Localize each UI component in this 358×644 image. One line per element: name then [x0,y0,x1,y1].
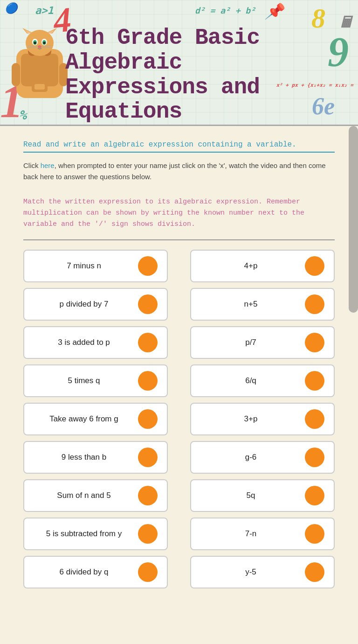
left-card-2[interactable]: p divided by 7 [23,288,168,321]
match-row: 9 less than bg-6 [23,441,335,474]
right-card-3[interactable]: p/7 [190,326,335,359]
match-row: 7 minus n4+p [23,250,335,282]
header: 🔵 a>1 4 d² = a² + b² 📌 8 🖩 9 x² + px + {… [0,0,358,126]
cat-backpack-illustration [9,28,70,103]
left-connector-7[interactable] [138,486,158,505]
deco-formula: d² = a² + b² [195,6,255,15]
left-card-8[interactable]: 5 is subtracted from y [23,518,168,550]
right-card-text-9: y-5 [199,567,303,577]
right-card-5[interactable]: 3+p [190,403,335,435]
matching-exercise: 7 minus n4+pp divided by 7n+53 is added … [23,250,335,588]
left-card-5[interactable]: Take away 6 from g [23,403,168,435]
right-card-text-1: 4+p [199,261,303,271]
match-row: 5 times q6/q [23,364,335,397]
left-card-text-3: 3 is added to p [32,338,136,347]
svg-rect-22 [12,63,20,86]
left-card-text-8: 5 is subtracted from y [32,529,136,539]
left-card-text-4: 5 times q [32,376,136,385]
right-connector-9[interactable] [305,562,324,582]
left-connector-5[interactable] [138,409,158,429]
click-suffix: , when prompted to enter your name just … [23,161,326,181]
title-line1: 6th Grade Basic Algebraic [65,26,353,75]
left-connector-8[interactable] [138,524,158,544]
match-row: 5 is subtracted from y7-n [23,518,335,550]
right-connector-2[interactable] [305,294,324,314]
here-link[interactable]: here [41,161,55,169]
svg-rect-5 [34,84,45,90]
match-instruction-text: Match the written expression to its alge… [23,196,335,230]
right-connector-8[interactable] [305,524,324,544]
left-connector-4[interactable] [138,371,158,391]
pin-icon: 📌 [265,2,283,20]
left-card-1[interactable]: 7 minus n [23,250,168,282]
right-card-6[interactable]: g-6 [190,441,335,474]
right-card-text-3: p/7 [199,338,303,347]
right-connector-7[interactable] [305,486,324,505]
deco-percent: % [19,107,27,123]
right-connector-5[interactable] [305,409,324,429]
click-instruction: Click here, when prompted to enter your … [23,160,335,182]
svg-point-6 [26,30,54,56]
left-card-text-6: 9 less than b [32,453,136,462]
left-card-text-2: p divided by 7 [32,300,136,309]
right-connector-1[interactable] [305,256,324,276]
left-card-4[interactable]: 5 times q [23,364,168,397]
left-connector-1[interactable] [138,256,158,276]
match-row: p divided by 7n+5 [23,288,335,321]
divider [23,239,335,240]
right-card-text-6: g-6 [199,453,303,462]
right-card-text-8: 7-n [199,529,303,539]
right-connector-6[interactable] [305,448,324,467]
right-card-8[interactable]: 7-n [190,518,335,550]
title-line2: Expressions and Equations [65,75,353,125]
left-connector-2[interactable] [138,294,158,314]
right-card-1[interactable]: 4+p [190,250,335,282]
right-connector-4[interactable] [305,371,324,391]
right-card-text-7: 5q [199,491,303,500]
right-connector-3[interactable] [305,333,324,352]
right-card-9[interactable]: y-5 [190,556,335,588]
left-connector-3[interactable] [138,333,158,352]
left-card-9[interactable]: 6 divided by q [23,556,168,588]
click-prefix: Click [23,161,41,169]
match-row: 6 divided by qy-5 [23,556,335,588]
left-card-text-5: Take away 6 from g [32,414,136,424]
right-card-text-5: 3+p [199,414,303,424]
left-card-7[interactable]: Sum of n and 5 [23,479,168,512]
right-card-2[interactable]: n+5 [190,288,335,321]
svg-rect-1 [21,54,58,86]
svg-point-16 [43,42,46,44]
left-card-text-7: Sum of n and 5 [32,491,136,500]
main-instruction: Read and write an algebraic expression c… [23,140,296,149]
left-card-3[interactable]: 3 is added to p [23,326,168,359]
right-card-7[interactable]: 5q [190,479,335,512]
left-connector-9[interactable] [138,562,158,582]
svg-point-17 [38,45,41,48]
left-card-text-1: 7 minus n [32,261,136,271]
left-card-text-9: 6 divided by q [32,567,136,577]
left-card-6[interactable]: 9 less than b [23,441,168,474]
right-card-4[interactable]: 6/q [190,364,335,397]
right-card-text-2: n+5 [199,300,303,309]
svg-point-15 [34,42,36,44]
scrollbar[interactable] [349,126,358,313]
eraser-icon: 🔵 [5,2,17,14]
right-card-text-4: 6/q [199,376,303,385]
deco-a-label: a>1 [35,5,54,16]
match-row: Take away 6 from g3+p [23,403,335,435]
instruction-section: Read and write an algebraic expression c… [23,140,335,153]
left-connector-6[interactable] [138,448,158,467]
main-content: Read and write an algebraic expression c… [0,126,358,644]
match-row: 3 is added to pp/7 [23,326,335,359]
match-row: Sum of n and 55q [23,479,335,512]
page-title: 6th Grade Basic Algebraic Expressions an… [65,26,353,124]
